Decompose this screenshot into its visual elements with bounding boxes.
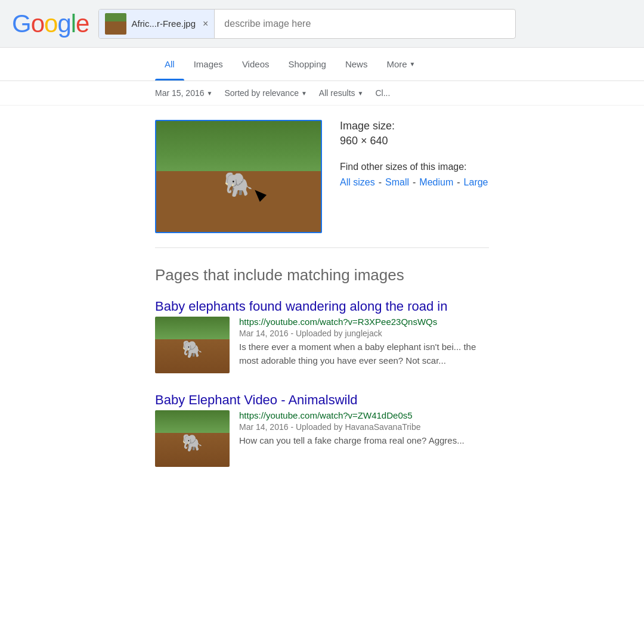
image-result-section: Image size: 960 × 640 Find other sizes o…: [0, 106, 644, 247]
result-meta-1: https://youtube.com/watch?v=R3XPee23QnsW…: [239, 317, 489, 367]
image-size-value: 960 × 640: [340, 135, 489, 147]
result-snippet-1: Is there ever a moment when a baby eleph…: [239, 340, 489, 367]
result-date-2: Mar 14, 2016 - Uploaded by HavanaSavanaT…: [239, 422, 489, 432]
all-sizes-link[interactable]: All sizes: [340, 177, 375, 188]
pages-section: Pages that include matching images Baby …: [0, 266, 644, 467]
result-image-info: Image size: 960 × 640 Find other sizes o…: [340, 120, 489, 188]
thumbnail-bg: [105, 13, 126, 35]
medium-size-link[interactable]: Medium: [419, 177, 453, 188]
elephant-scene-image: [156, 121, 321, 232]
result-image[interactable]: [155, 120, 322, 233]
result-thumb-2: [155, 410, 230, 467]
search-result-1: Baby elephants found wandering along the…: [155, 299, 489, 373]
result-snippet-2: How can you tell a fake charge froma rea…: [239, 434, 489, 448]
pages-heading: Pages that include matching images: [155, 266, 489, 284]
search-chip-close-icon[interactable]: ×: [203, 18, 208, 29]
nav-tabs: All Images Videos Shopping News More ▼: [0, 48, 644, 81]
find-sizes-label: Find other sizes of this image:: [340, 162, 489, 172]
search-chip-thumbnail: [105, 13, 126, 35]
logo-o1: o: [31, 10, 44, 38]
tab-images[interactable]: Images: [184, 47, 233, 80]
result-url-2[interactable]: https://youtube.com/watch?v=ZW41dDe0s5: [239, 410, 489, 420]
tab-all[interactable]: All: [155, 47, 184, 80]
tab-news[interactable]: News: [336, 47, 377, 80]
search-bar[interactable]: Afric...r-Free.jpg ×: [98, 9, 516, 39]
sort-filter[interactable]: Sorted by relevance ▼: [224, 88, 306, 98]
results-filter[interactable]: All results ▼: [319, 88, 364, 98]
search-result-2: Baby Elephant Video - Animalswild https:…: [155, 392, 489, 467]
tab-videos[interactable]: Videos: [233, 47, 279, 80]
clear-filter-label: Cl...: [375, 88, 390, 98]
tab-shopping[interactable]: Shopping: [278, 47, 335, 80]
results-filter-label: All results: [319, 88, 355, 98]
sort-filter-arrow: ▼: [301, 90, 307, 97]
filter-bar: Mar 15, 2016 ▼ Sorted by relevance ▼ All…: [0, 81, 644, 106]
size-links: All sizes - Small - Medium - Large: [340, 177, 489, 188]
google-logo: Google: [12, 10, 89, 38]
elephant-thumb-1: [155, 317, 230, 373]
date-filter[interactable]: Mar 15, 2016 ▼: [155, 88, 212, 98]
elephant-thumb-2: [155, 410, 230, 467]
small-size-link[interactable]: Small: [385, 177, 409, 188]
result-url-1[interactable]: https://youtube.com/watch?v=R3XPee23QnsW…: [239, 317, 489, 327]
search-text-input[interactable]: [215, 18, 515, 29]
date-filter-arrow: ▼: [207, 90, 213, 97]
results-filter-arrow: ▼: [358, 90, 364, 97]
result-content-2: https://youtube.com/watch?v=ZW41dDe0s5 M…: [155, 410, 489, 467]
logo-e: e: [76, 10, 89, 38]
result-image-container: [155, 120, 322, 233]
tab-more[interactable]: More ▼: [377, 47, 425, 80]
logo-g2: g: [57, 10, 70, 38]
search-chip[interactable]: Afric...r-Free.jpg ×: [99, 10, 215, 38]
size-sep-3: -: [457, 177, 460, 188]
logo-l: l: [71, 10, 76, 38]
header: Google Afric...r-Free.jpg ×: [0, 0, 644, 48]
sort-filter-label: Sorted by relevance: [224, 88, 299, 98]
date-filter-label: Mar 15, 2016: [155, 88, 205, 98]
result-title-1[interactable]: Baby elephants found wandering along the…: [155, 299, 489, 314]
section-divider: [155, 247, 489, 248]
search-chip-label: Afric...r-Free.jpg: [131, 18, 196, 29]
more-dropdown-arrow: ▼: [410, 61, 416, 67]
logo-g: G: [12, 10, 31, 38]
large-size-link[interactable]: Large: [464, 177, 488, 188]
result-meta-2: https://youtube.com/watch?v=ZW41dDe0s5 M…: [239, 410, 489, 448]
size-sep-1: -: [379, 177, 382, 188]
result-content-1: https://youtube.com/watch?v=R3XPee23QnsW…: [155, 317, 489, 373]
result-title-2[interactable]: Baby Elephant Video - Animalswild: [155, 392, 489, 408]
result-date-1: Mar 14, 2016 - Uploaded by junglejack: [239, 329, 489, 338]
size-sep-2: -: [413, 177, 416, 188]
result-thumb-1: [155, 317, 230, 373]
clear-filter[interactable]: Cl...: [375, 88, 390, 98]
logo-o2: o: [44, 10, 57, 38]
image-size-label: Image size:: [340, 120, 489, 132]
